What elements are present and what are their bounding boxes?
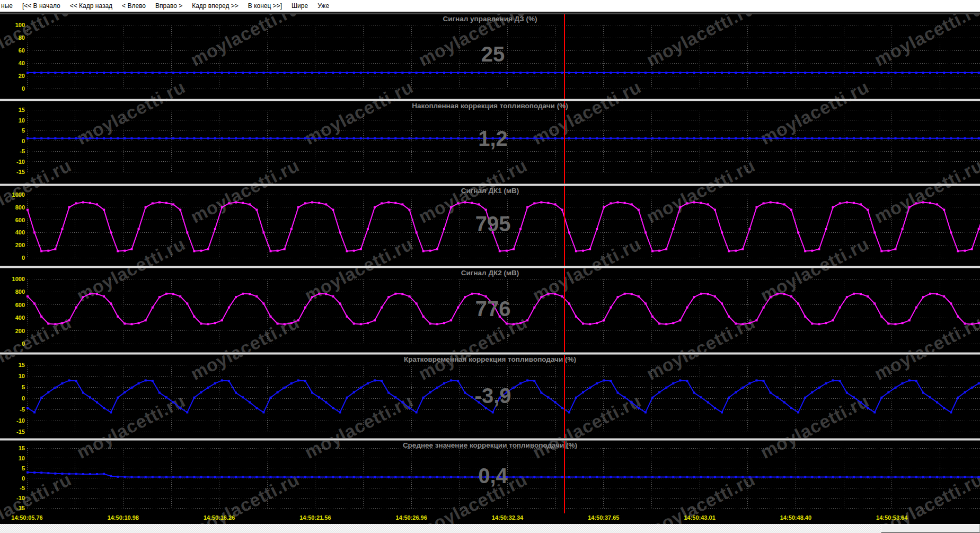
svg-text:0: 0	[22, 138, 25, 144]
svg-text:60: 60	[19, 47, 25, 54]
svg-text:10: 10	[19, 455, 25, 461]
svg-text:-15: -15	[16, 169, 25, 175]
svg-text:15: 15	[19, 362, 25, 368]
svg-text:0: 0	[22, 340, 25, 347]
svg-text:800: 800	[15, 204, 25, 211]
svg-text:600: 600	[15, 217, 25, 223]
panel-divider	[0, 99, 980, 101]
time-label: 14:50:48.40	[780, 514, 811, 521]
svg-text:15: 15	[19, 107, 25, 113]
menu-item-data[interactable]: ные	[0, 2, 17, 10]
menu-item-wider[interactable]: Шире	[287, 2, 313, 10]
panel-divider	[0, 438, 980, 441]
svg-text:-15: -15	[16, 505, 25, 511]
short-term-trim-plot[interactable]: 151050-5-10-15	[0, 355, 980, 438]
chart-panel-o2-sensor-1[interactable]: 10008006004002000 Сигнал ДК1 (мВ) 795	[0, 186, 980, 266]
time-label: 14:50:21.56	[299, 514, 331, 521]
time-label: 14:50:32.34	[492, 514, 523, 521]
panel-divider	[0, 352, 980, 355]
svg-text:0: 0	[22, 85, 25, 92]
svg-text:600: 600	[15, 302, 25, 308]
svg-text:400: 400	[15, 229, 25, 235]
scrollbar-thumb[interactable]	[881, 524, 980, 533]
chart-panel-o2-sensor-2[interactable]: 10008006004002000 Сигнал ДК2 (мВ) 776	[0, 268, 980, 352]
time-label: 14:50:10.98	[108, 514, 139, 521]
time-label: 14:50:05.76	[11, 514, 42, 521]
svg-text:10: 10	[19, 117, 25, 124]
svg-text:800: 800	[15, 289, 25, 295]
menu-item-left[interactable]: < Влево	[117, 2, 151, 10]
svg-text:40: 40	[19, 60, 25, 66]
chart-panel-long-term-trim[interactable]: 151050-5-10-15 Накопленная коррекция топ…	[0, 101, 980, 184]
svg-text:1000: 1000	[12, 276, 25, 282]
svg-text:-5: -5	[20, 148, 25, 154]
svg-text:-15: -15	[16, 429, 25, 435]
chart-panel-short-term-trim[interactable]: 151050-5-10-15 Кратковременная коррекция…	[0, 355, 980, 438]
svg-text:80: 80	[19, 34, 25, 41]
menu-item-right[interactable]: Вправо >	[151, 2, 187, 10]
svg-text:100: 100	[15, 22, 25, 28]
time-label: 14:50:43.01	[684, 514, 715, 521]
svg-text:200: 200	[15, 328, 25, 334]
svg-text:0: 0	[22, 255, 25, 261]
svg-text:5: 5	[22, 127, 25, 134]
time-axis: 14:50:05.7614:50:10.9814:50:16.2614:50:2…	[0, 513, 980, 524]
mean-trim-plot[interactable]: 151050-5-10-15	[0, 441, 980, 513]
menu-item-to-end[interactable]: В конец >>]	[243, 2, 287, 10]
svg-text:-5: -5	[20, 406, 25, 413]
chart-area: moylacetti.rumoylacetti.rumoylacetti.rum…	[0, 13, 980, 524]
menu-bar: ные [<< В начало << Кадр назад < Влево В…	[0, 0, 980, 13]
svg-text:1000: 1000	[12, 191, 25, 198]
chart-panel-throttle-signal[interactable]: 100806040200 Сигнал управления ДЗ (%) 25	[0, 14, 980, 99]
svg-text:-10: -10	[16, 417, 25, 424]
long-term-trim-plot[interactable]: 151050-5-10-15	[0, 101, 980, 184]
svg-text:5: 5	[22, 465, 25, 471]
chart-panel-mean-trim[interactable]: 151050-5-10-15 Среднее значение коррекци…	[0, 441, 980, 513]
menu-item-narrower[interactable]: Уже	[313, 2, 334, 10]
svg-text:15: 15	[19, 445, 25, 451]
time-label: 14:50:37.65	[588, 514, 619, 521]
throttle-signal-plot[interactable]: 100806040200	[0, 14, 980, 99]
svg-text:10: 10	[19, 373, 25, 379]
svg-text:20: 20	[19, 73, 25, 79]
svg-text:0: 0	[22, 395, 25, 401]
panel-divider	[0, 266, 980, 268]
menu-item-frame-forward[interactable]: Кадр вперед >>	[187, 2, 243, 10]
svg-text:0: 0	[22, 475, 25, 482]
time-label: 14:50:16.26	[204, 514, 235, 521]
panel-divider	[0, 184, 980, 186]
time-label: 14:50:26.96	[396, 514, 427, 521]
menu-item-frame-back[interactable]: << Кадр назад	[65, 2, 117, 10]
svg-text:200: 200	[15, 242, 25, 248]
horizontal-scrollbar[interactable]	[0, 524, 980, 533]
time-label: 14:50:53.64	[876, 514, 907, 521]
svg-text:400: 400	[15, 314, 25, 321]
menu-item-to-start[interactable]: [<< В начало	[17, 2, 65, 10]
o2-sensor-1-plot[interactable]: 10008006004002000	[0, 186, 980, 266]
svg-text:5: 5	[22, 384, 25, 390]
svg-text:-10: -10	[16, 495, 25, 501]
svg-text:-5: -5	[20, 485, 25, 491]
svg-text:-10: -10	[16, 159, 25, 165]
o2-sensor-2-plot[interactable]: 10008006004002000	[0, 268, 980, 352]
